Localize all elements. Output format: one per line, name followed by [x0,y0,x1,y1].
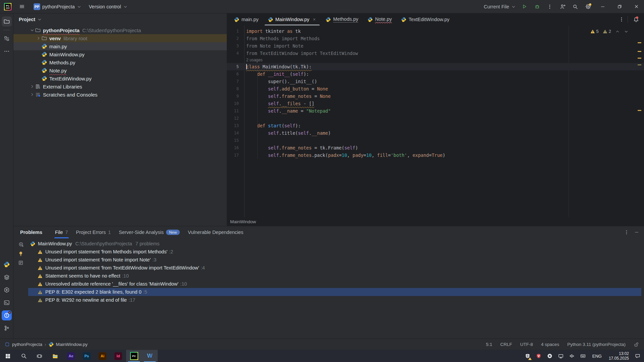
tree-item-pythonprojecta[interactable]: pythonProjectaC:\Student\pythonProjecta [13,26,227,34]
editor-tab-texteditwindow-py[interactable]: TextEditWindow.py [396,13,454,25]
volume-muted-icon[interactable] [568,351,576,361]
line-number[interactable]: 3 [227,42,244,50]
tree-item-scratches-and-consoles[interactable]: Scratches and Consoles [13,90,227,99]
action-center-icon[interactable] [633,351,642,361]
line-number[interactable]: 13 [227,122,244,129]
tool-stripe-project-button[interactable] [2,16,12,26]
error-stripe-mark[interactable] [638,51,641,52]
run-configuration-widget[interactable]: Current File [482,3,517,11]
line-number[interactable]: 12 [227,115,244,122]
statusbar-breadcrumb[interactable]: pythonProjecta › MainWindow.py [5,342,88,347]
network-icon[interactable] [556,351,565,361]
problem-row[interactable]: Unused import statement 'from TextEditWi… [28,264,641,272]
editor-tab-main-py[interactable]: main.py [229,13,263,25]
code-line-2[interactable]: 2from Methods import Methods [227,35,644,42]
project-panel-header[interactable]: Project [13,13,227,25]
tool-stripe-structure-button[interactable] [2,34,12,44]
code-line-11[interactable]: 11 self.__name = "Notepad" [227,107,644,115]
line-number[interactable]: 11 [227,107,244,115]
code-line-16[interactable]: 16 self.frame_notes = tk.Frame(self) [227,144,644,152]
problems-hide-icon[interactable] [634,230,639,235]
line-number[interactable]: 1 [227,27,244,35]
error-stripe-mark[interactable] [638,42,641,43]
usages-inlay-hint[interactable]: 2 usages [227,57,644,63]
taskbar-indesign-button[interactable]: Id [110,350,126,362]
tool-stripe-python-packages-button[interactable] [2,259,12,269]
line-number[interactable]: 6 [227,70,244,78]
problem-row[interactable]: Unused import statement 'from Methods im… [28,248,641,256]
problems-tab-server-side-analysis[interactable]: Server-Side AnalysisNew [115,226,184,238]
view-options-icon[interactable] [18,242,24,247]
taskbar-photoshop-button[interactable]: Ps [79,350,95,362]
search-everywhere-button[interactable] [570,2,581,12]
taskbar-illustrator-button[interactable]: Ai [95,350,110,362]
editor-breadcrumbs[interactable]: MainWindow [227,217,644,226]
code-line-12[interactable]: 12 [227,115,644,122]
problems-options-icon[interactable] [624,230,629,235]
vpn-shield-icon[interactable] [534,351,543,361]
touch-keyboard-icon[interactable] [579,351,587,361]
taskbar-wps-office-button[interactable]: W [142,350,158,362]
tool-stripe-version-control-button[interactable] [2,323,12,333]
problem-row[interactable]: Unresolved attribute reference '__files'… [28,280,641,288]
code-editor[interactable]: 5 2 1import tkinter as tk2from Methods i… [227,25,644,217]
tree-item-texteditwindow-py[interactable]: TextEditWindow.py [13,74,227,82]
statusbar-widget-utf-8[interactable]: UTF-8 [520,342,533,347]
code-line-13[interactable]: 13 def start(self): [227,122,644,129]
open-preview-icon[interactable] [18,260,23,265]
error-stripe-mark[interactable] [638,64,641,65]
vcs-widget[interactable]: Version control [88,3,129,11]
writable-lock-icon[interactable] [634,342,639,347]
taskbar-start-button[interactable] [0,350,16,362]
tree-item-mainwindow-py[interactable]: MainWindow.py [13,50,227,58]
code-line-3[interactable]: 3from Note import Note [227,42,644,50]
editor-options-icon[interactable] [619,17,624,22]
statusbar-widget-5-1[interactable]: 5:1 [486,342,492,347]
taskbar-task-view-button[interactable] [32,350,47,362]
taskbar-search-button[interactable] [16,350,32,362]
line-number[interactable]: 2 [227,35,244,42]
tool-stripe-more-tool-windows-button[interactable] [2,46,12,56]
taskbar-file-explorer-button[interactable] [47,350,63,362]
code-line-9[interactable]: 9 self.frame_notes = None [227,93,644,100]
minimize-button[interactable] [595,0,610,13]
quick-fix-icon[interactable] [18,251,23,256]
code-line-8[interactable]: 8 self.add_button = None [227,85,644,93]
tree-item-venv[interactable]: venvlibrary root [13,34,227,42]
code-line-5[interactable]: 5class MainWindow(tk.Tk): [227,63,644,70]
problem-row[interactable]: PEP 8: W292 no newline at end of file:17 [28,296,641,304]
code-line-15[interactable]: 15 [227,137,644,144]
run-button[interactable] [519,2,530,12]
statusbar-widget-crlf[interactable]: CRLF [500,342,512,347]
problems-tab-vulnerable-dependencies[interactable]: Vulnerable Dependencies [184,226,248,238]
restore-button[interactable] [612,0,627,13]
main-menu-button[interactable] [16,2,28,12]
line-number[interactable]: 15 [227,137,244,144]
line-number[interactable]: 5 [227,63,244,70]
problems-file-header[interactable]: MainWindow.py C:\Student\pythonProjecta … [28,240,641,248]
tool-stripe-services-button[interactable] [2,272,12,282]
code-line-14[interactable]: 14 self.title(self.__name) [227,129,644,137]
close-tab-icon[interactable] [312,17,316,21]
more-actions-button[interactable] [544,2,555,12]
line-number[interactable]: 4 [227,50,244,57]
editor-tab-mainwindow-py[interactable]: MainWindow.py [263,13,321,25]
code-line-1[interactable]: 1import tkinter as tk [227,27,644,35]
editor-tab-note-py[interactable]: Note.py [363,13,396,25]
problem-row[interactable]: Statement seems to have no effect:10 [28,272,641,280]
line-number[interactable]: 14 [227,129,244,137]
problem-row[interactable]: Unused import statement 'from Note impor… [28,256,641,264]
settings-button[interactable] [582,2,594,12]
line-number[interactable]: 16 [227,144,244,152]
error-stripe-mark[interactable] [638,110,641,111]
tool-stripe-terminal-button[interactable] [2,298,12,308]
problem-row[interactable]: PEP 8: E302 expected 2 blank lines, foun… [28,288,641,296]
code-line-7[interactable]: 7 super().__init__() [227,78,644,85]
code-line-17[interactable]: 17 self.frame_notes.pack(padx=10, pady=1… [227,152,644,159]
tool-stripe-run-tool-button[interactable] [2,285,12,295]
line-number[interactable]: 9 [227,93,244,100]
close-button[interactable] [629,0,644,13]
line-number[interactable]: 8 [227,85,244,93]
defender-shield-icon[interactable] [523,351,532,361]
code-with-me-button[interactable] [557,2,568,12]
